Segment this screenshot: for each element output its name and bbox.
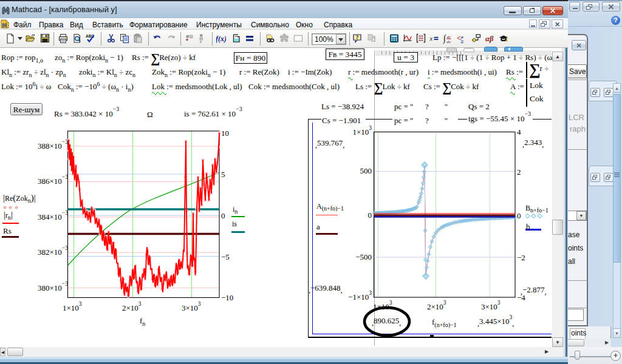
svg-text:αβ: αβ (485, 35, 494, 43)
svg-text:?: ? (355, 35, 358, 41)
svg-text:dx: dx (447, 39, 452, 44)
svg-text:f(x): f(x) (216, 35, 226, 43)
svg-text:x: x (429, 35, 433, 42)
svg-text:≥: ≥ (461, 38, 464, 44)
